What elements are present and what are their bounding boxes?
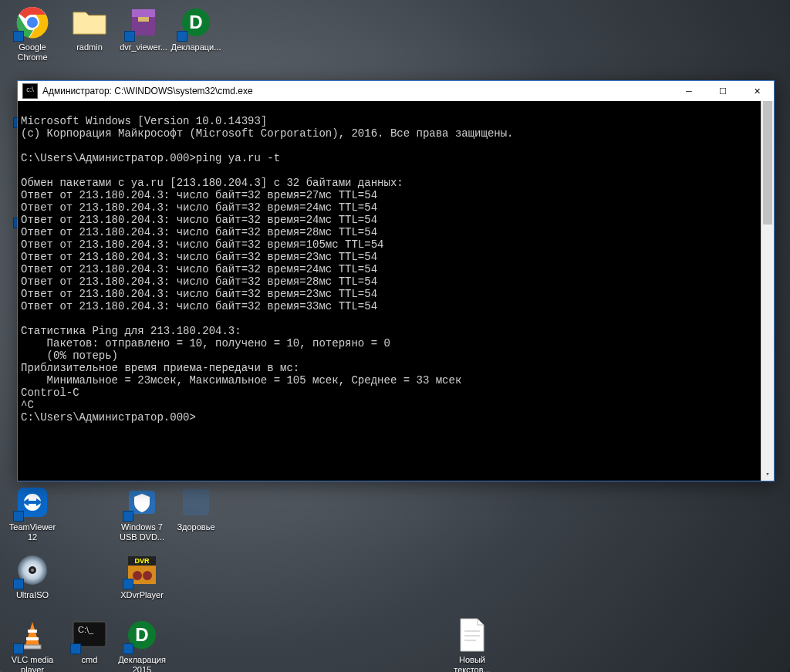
icon-label: radmin: [62, 42, 117, 52]
svg-text:C:\_: C:\_: [78, 625, 94, 634]
vlc-icon: [15, 617, 50, 653]
terminal-line: Приблизительное время приема-передачи в …: [21, 362, 299, 374]
terminal-line: C:\Users\Администратор.000>ping ya.ru -t: [21, 152, 280, 164]
scrollbar[interactable]: ▴ ▾: [761, 101, 774, 481]
desktop-icon-vlc[interactable]: VLC media player: [5, 617, 60, 672]
terminal-output[interactable]: Microsoft Windows [Version 10.0.14393] (…: [18, 101, 774, 481]
icon-label: dvr_viewer...: [116, 42, 171, 52]
desktop-icon-chrome[interactable]: Google Chrome: [5, 5, 60, 62]
terminal-line: Минимальное = 23мсек, Максимальное = 105…: [21, 374, 461, 387]
svg-rect-6: [138, 17, 149, 22]
cmd-window[interactable]: c:\ Администратор: C:\WINDOWS\system32\c…: [17, 80, 775, 481]
icon-label: Новый текстов...: [444, 655, 500, 672]
icon-label: Здоровье: [168, 522, 224, 532]
desktop-icon-dvr-viewer[interactable]: dvr_viewer...: [116, 5, 171, 52]
dvr-viewer-icon: [126, 5, 161, 40]
title-bar[interactable]: c:\ Администратор: C:\WINDOWS\system32\c…: [18, 81, 774, 101]
desktop[interactable]: Google Chromeradmindvr_viewer...DДеклара…: [0, 0, 790, 672]
ultraiso-icon: [15, 552, 50, 588]
icon-label: Google Chrome: [5, 42, 60, 62]
svg-point-30: [133, 571, 142, 580]
desktop-icon-xdvr[interactable]: DVRXDvrPlayer: [114, 552, 170, 600]
svg-rect-21: [28, 501, 37, 504]
svg-rect-35: [26, 637, 39, 640]
desktop-icon-ultraiso[interactable]: UltraISO: [5, 552, 60, 600]
svg-point-31: [143, 571, 152, 580]
terminal-line: ^C: [21, 399, 34, 411]
icon-label: cmd: [62, 655, 117, 665]
terminal-line: Пакетов: отправлено = 10, получено = 10,…: [21, 337, 390, 350]
terminal-line: Статистика Ping для 213.180.204.3:: [21, 325, 241, 337]
new-text-icon: [454, 617, 490, 653]
icon-label: VLC media player: [5, 655, 60, 672]
chrome-icon: [15, 5, 50, 40]
icon-label: TeamViewer 12: [5, 522, 60, 542]
svg-text:DVR: DVR: [134, 557, 150, 565]
close-button[interactable]: ✕: [740, 81, 774, 101]
icon-label: Windows 7 USB DVD...: [114, 522, 170, 542]
teamviewer-icon: [15, 485, 50, 520]
svg-rect-34: [28, 630, 37, 633]
terminal-line: Microsoft Windows [Version 10.0.14393]: [21, 115, 267, 127]
declaracia-icon: D: [178, 5, 214, 40]
svg-point-26: [31, 569, 34, 572]
scroll-down-icon[interactable]: ▾: [761, 468, 774, 481]
icon-label: UltraISO: [5, 590, 60, 600]
icon-label: Деклараци...: [168, 42, 224, 52]
health-icon: [178, 485, 214, 520]
desktop-icon-teamviewer[interactable]: TeamViewer 12: [5, 485, 60, 542]
icon-label: XDvrPlayer: [114, 590, 170, 600]
scroll-thumb[interactable]: [763, 101, 772, 225]
desktop-icon-health[interactable]: Здоровье: [168, 485, 224, 532]
desktop-icon-declaracia[interactable]: DДеклараци...: [168, 5, 224, 52]
terminal-line: (c) Корпорация Майкрософт (Microsoft Cor…: [21, 127, 514, 140]
desktop-icon-declaracia-2015[interactable]: DДекларация 2015: [114, 617, 170, 672]
cmd-shortcut-icon: C:\_: [72, 617, 107, 653]
svg-marker-32: [25, 622, 39, 645]
desktop-icon-cmd-shortcut[interactable]: C:\_cmd: [62, 617, 117, 665]
terminal-line: (0% потерь): [21, 350, 118, 362]
win7usb-icon: [124, 485, 160, 520]
maximize-button[interactable]: ☐: [706, 81, 740, 101]
desktop-icon-win7usb[interactable]: Windows 7 USB DVD...: [114, 485, 170, 542]
minimize-button[interactable]: ─: [672, 81, 706, 101]
desktop-icon-radmin[interactable]: radmin: [62, 5, 117, 52]
terminal-line: Обмен пакетами с ya.ru [213.180.204.3] с…: [21, 177, 403, 189]
svg-rect-23: [183, 489, 209, 515]
declaracia-2015-icon: D: [124, 617, 160, 653]
window-title: Администратор: C:\WINDOWS\system32\cmd.e…: [42, 86, 672, 96]
svg-rect-5: [132, 9, 155, 17]
svg-text:D: D: [189, 12, 202, 32]
radmin-icon: [72, 5, 107, 40]
terminal-line: Control-C: [21, 387, 79, 399]
desktop-icon-new-text[interactable]: Новый текстов...: [444, 617, 500, 672]
terminal-line: C:\Users\Администратор.000>: [21, 411, 196, 424]
svg-rect-33: [24, 645, 41, 649]
icon-label: Декларация 2015: [114, 655, 170, 672]
xdvr-icon: DVR: [124, 552, 160, 588]
svg-text:D: D: [135, 624, 148, 645]
cmd-title-icon: c:\: [22, 83, 38, 99]
